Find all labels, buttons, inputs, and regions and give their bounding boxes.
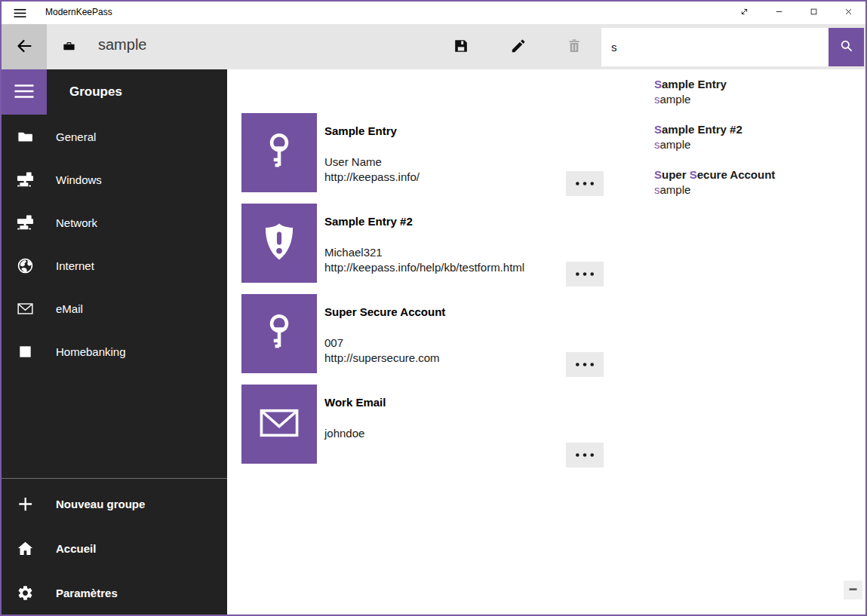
sidebar-divider xyxy=(2,478,227,479)
sidebar-item-windows[interactable]: Windows xyxy=(2,158,227,201)
ellipsis-icon xyxy=(574,178,595,189)
suggestion-subtitle: sample xyxy=(654,137,865,152)
search-input[interactable] xyxy=(601,28,829,66)
entry-username: Michael321 xyxy=(324,246,383,259)
plus-icon xyxy=(16,495,34,513)
envelope-icon xyxy=(16,300,34,318)
window-controls xyxy=(727,2,865,24)
sidebar-item-label: Accueil xyxy=(56,542,96,555)
suggestion-subtitle: sample xyxy=(654,182,865,198)
network-icon xyxy=(16,214,34,232)
network-icon xyxy=(16,171,34,189)
delete-button xyxy=(558,32,590,62)
search-button[interactable] xyxy=(829,28,864,66)
entry-username: johndoe xyxy=(324,427,364,440)
hamburger-icon xyxy=(11,80,37,105)
entry-url: http://supersecure.com xyxy=(324,351,440,364)
command-bar: sample xyxy=(2,24,865,69)
suggestion-item[interactable]: Super Secure Account sample xyxy=(654,161,865,207)
search-suggestions: Sample Entry sample Sample Entry #2 samp… xyxy=(654,71,865,207)
sidebar-item-label: Internet xyxy=(56,259,94,272)
search-box xyxy=(601,28,829,66)
minus-icon xyxy=(847,584,859,597)
entry-username: User Name xyxy=(324,155,382,168)
entry-row[interactable]: Sample Entry #2 Michael321 http://keepas… xyxy=(241,204,604,294)
entry-tile[interactable] xyxy=(241,385,317,464)
sidebar: Groupes General Windows Network Internet… xyxy=(2,69,227,616)
sidebar-item-label: Windows xyxy=(56,173,102,186)
entry-title: Sample Entry xyxy=(324,124,397,137)
groups-header: Groupes xyxy=(69,69,122,115)
minimize-button[interactable] xyxy=(761,2,796,24)
folder-icon xyxy=(16,128,34,146)
back-button[interactable] xyxy=(2,24,47,69)
globe-icon xyxy=(16,257,34,275)
database-icon xyxy=(62,39,77,54)
sidebar-item-label: General xyxy=(56,130,96,143)
close-button[interactable] xyxy=(831,2,865,24)
suggestion-title: Sample Entry xyxy=(654,77,865,92)
sidebar-item-email[interactable]: eMail xyxy=(2,287,227,330)
sidebar-item-general[interactable]: General xyxy=(2,115,227,158)
entry-username: 007 xyxy=(324,336,343,349)
more-button[interactable] xyxy=(566,262,604,287)
sidebar-item-label: Homebanking xyxy=(56,345,126,358)
ellipsis-icon xyxy=(574,268,595,280)
sidebar-item-new-group[interactable]: Nouveau groupe xyxy=(2,482,227,526)
save-button[interactable] xyxy=(445,32,477,62)
suggestion-title: Sample Entry #2 xyxy=(654,122,865,137)
database-title: sample xyxy=(98,36,146,54)
more-button[interactable] xyxy=(566,443,604,467)
maximize-icon xyxy=(809,7,819,19)
suggestion-item[interactable]: Sample Entry sample xyxy=(654,71,865,116)
sidebar-item-settings[interactable]: Paramètres xyxy=(2,571,227,615)
sidebar-item-label: Network xyxy=(56,216,97,229)
suggestion-title: Super Secure Account xyxy=(654,167,865,182)
window-title: ModernKeePass xyxy=(45,7,112,17)
entry-tile[interactable] xyxy=(241,113,317,192)
suggestion-subtitle: sample xyxy=(654,92,865,107)
entry-url: http://keepass.info/ xyxy=(324,170,420,183)
save-icon xyxy=(453,38,469,57)
entry-row[interactable]: Work Email johndoe xyxy=(241,385,604,475)
entry-tile[interactable] xyxy=(241,204,317,283)
zoom-out-button[interactable] xyxy=(844,581,862,599)
pencil-icon xyxy=(510,38,527,57)
key-icon xyxy=(257,311,301,357)
entry-title: Work Email xyxy=(324,396,386,409)
more-button[interactable] xyxy=(566,352,604,377)
more-button[interactable] xyxy=(566,171,604,196)
sidebar-footer: Nouveau groupe Accueil Paramètres xyxy=(2,482,227,615)
sidebar-item-label: Paramètres xyxy=(56,587,118,599)
minimize-icon xyxy=(774,7,784,19)
entry-row[interactable]: Sample Entry User Name http://keepass.in… xyxy=(241,113,604,204)
trash-icon xyxy=(566,38,583,57)
maximize-button[interactable] xyxy=(796,2,831,24)
sidebar-item-homebanking[interactable]: Homebanking xyxy=(2,330,227,373)
suggestion-item[interactable]: Sample Entry #2 sample xyxy=(654,116,865,161)
ellipsis-icon xyxy=(574,449,595,461)
key-icon xyxy=(257,130,301,176)
entry-tile[interactable] xyxy=(241,294,317,373)
close-icon xyxy=(844,7,853,19)
sidebar-item-home[interactable]: Accueil xyxy=(2,526,227,571)
sidebar-item-internet[interactable]: Internet xyxy=(2,244,227,287)
titlebar-hamburger-icon[interactable] xyxy=(11,5,28,21)
home-icon xyxy=(16,540,34,558)
sidebar-item-network[interactable]: Network xyxy=(2,201,227,244)
sidebar-hamburger-button[interactable] xyxy=(2,69,47,115)
envelope-icon xyxy=(257,401,301,448)
entry-title: Super Secure Account xyxy=(324,305,445,318)
entry-row[interactable]: Super Secure Account 007 http://supersec… xyxy=(241,294,604,385)
sidebar-item-label: eMail xyxy=(56,302,83,315)
edit-button[interactable] xyxy=(503,32,534,62)
search-icon xyxy=(839,38,854,56)
square-icon xyxy=(16,343,34,361)
ellipsis-icon xyxy=(574,359,595,370)
fullscreen-button[interactable] xyxy=(727,2,761,24)
entry-url: http://keepass.info/help/kb/testform.htm… xyxy=(324,261,524,274)
shield-alert-icon xyxy=(257,220,301,267)
group-list: General Windows Network Internet eMail H… xyxy=(2,115,227,373)
entry-title: Sample Entry #2 xyxy=(324,215,413,228)
sidebar-item-label: Nouveau groupe xyxy=(56,498,145,510)
